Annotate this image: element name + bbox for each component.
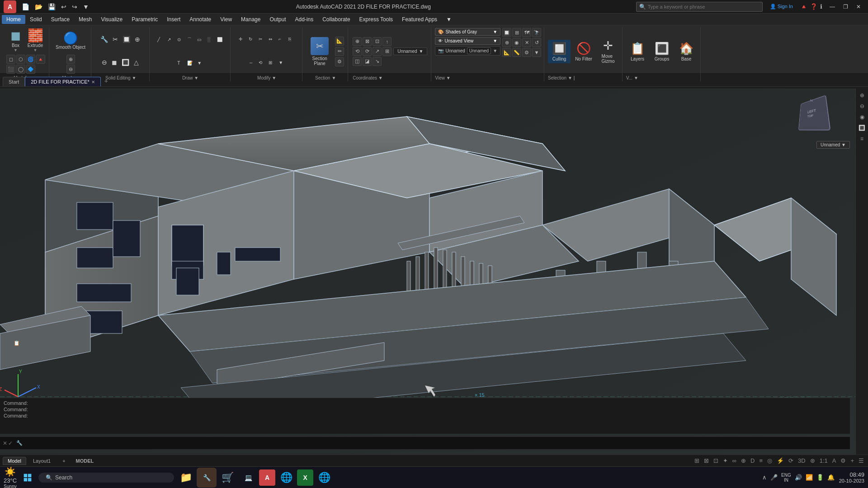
view-icon8[interactable]: ↺ bbox=[532, 38, 541, 47]
clock-widget[interactable]: 08:49 20-10-2023 bbox=[839, 471, 864, 483]
view-icon11[interactable]: ⚙ bbox=[522, 48, 531, 57]
menu-express[interactable]: Express Tools bbox=[355, 15, 397, 24]
menu-surface[interactable]: Surface bbox=[47, 15, 74, 24]
view-icon9[interactable]: 📐 bbox=[502, 48, 511, 57]
menu-collaborate[interactable]: Collaborate bbox=[318, 15, 354, 24]
annotscale-icon[interactable]: 1:1 bbox=[818, 456, 829, 465]
se-btn3[interactable]: 🔲 bbox=[121, 35, 132, 43]
no-filter-btn[interactable]: 🚫 No Filter bbox=[572, 40, 595, 63]
menu-output[interactable]: Output bbox=[265, 15, 290, 24]
osnap-icon[interactable]: ⊕ bbox=[740, 456, 747, 465]
taskbar-search[interactable]: 🔍 Search bbox=[38, 473, 174, 483]
se-btn1[interactable]: 🔧 bbox=[99, 35, 110, 43]
search-box[interactable]: 🔍 bbox=[636, 2, 763, 12]
autodesk-icon[interactable]: 🔺 bbox=[800, 3, 807, 10]
sel-cycling-icon[interactable]: ⟳ bbox=[787, 456, 795, 465]
ortho-icon[interactable]: ⊡ bbox=[712, 456, 720, 465]
se-btn6[interactable]: ◼ bbox=[110, 58, 119, 66]
undo-btn[interactable]: ↩ bbox=[59, 2, 68, 11]
view-icon12[interactable]: ▼ bbox=[532, 48, 541, 57]
rt-btn-3[interactable]: ◉ bbox=[857, 112, 867, 122]
cmd-confirm-btn[interactable]: ✓ bbox=[8, 440, 13, 446]
tab-close-btn[interactable]: ✕ bbox=[91, 80, 95, 84]
help-icon[interactable]: ❓ bbox=[810, 3, 817, 10]
rt-btn-1[interactable]: ⊕ bbox=[857, 90, 867, 100]
rb-sm-7[interactable]: 🔷 bbox=[26, 65, 35, 74]
section-sm3[interactable]: ⚙ bbox=[335, 57, 344, 66]
layers-btn[interactable]: 📋 Layers bbox=[626, 40, 649, 63]
transparency-icon[interactable]: ◎ bbox=[766, 456, 774, 465]
smooth-sm-2[interactable]: ⊖ bbox=[66, 65, 75, 74]
line-btn[interactable]: ╱ bbox=[156, 36, 165, 43]
lang-label[interactable]: ENGIN bbox=[780, 472, 792, 483]
section-plane-btn[interactable]: ✂ SectionPlane bbox=[307, 35, 332, 68]
rotate-tool[interactable]: ↻ bbox=[247, 36, 256, 42]
view-icon6[interactable]: ◉ bbox=[512, 38, 521, 47]
rb-sm-5[interactable]: ⬛ bbox=[6, 65, 15, 74]
stretch-tool[interactable]: ↔ bbox=[247, 59, 256, 66]
trim-tool[interactable]: ✂ bbox=[257, 36, 266, 42]
se-btn7[interactable]: 🔳 bbox=[120, 58, 132, 66]
coord-btn9[interactable]: ◫ bbox=[353, 57, 362, 66]
rb-sm-2[interactable]: ⬡ bbox=[16, 55, 25, 64]
pline-btn[interactable]: ↗ bbox=[166, 36, 175, 43]
save-btn[interactable]: 💾 bbox=[46, 2, 57, 11]
view-icon1[interactable]: 🔲 bbox=[502, 28, 511, 37]
weather-widget[interactable]: ☀️ 23°C Sunny bbox=[4, 466, 17, 488]
groups-btn[interactable]: 🔳 Groups bbox=[651, 40, 673, 63]
qa-dropdown[interactable]: ▼ bbox=[81, 2, 91, 11]
ws-icon[interactable]: ⚙ bbox=[839, 456, 847, 465]
rt-btn-2[interactable]: ⊖ bbox=[857, 101, 867, 111]
rb-sm-1[interactable]: ◻ bbox=[6, 55, 15, 64]
unnamed-coord-dropdown[interactable]: Unnamed ▼ bbox=[393, 47, 427, 55]
network-icon[interactable]: 📶 bbox=[805, 473, 814, 482]
menu-more[interactable]: ▼ bbox=[442, 15, 456, 24]
anno-vis-icon[interactable]: A bbox=[831, 456, 838, 465]
section-dropdown[interactable]: ▼ bbox=[331, 75, 336, 80]
move-gizmo-btn[interactable]: ✛ MoveGizmo bbox=[597, 37, 619, 66]
model-tab[interactable]: Model bbox=[3, 457, 26, 465]
draw-more[interactable]: ▼ bbox=[196, 60, 205, 66]
tab-start[interactable]: Start bbox=[3, 77, 25, 86]
layout1-tab[interactable]: Layout1 bbox=[28, 457, 56, 465]
menu-insert[interactable]: Insert bbox=[162, 15, 185, 24]
v-dd-arrow[interactable]: ▼ bbox=[634, 75, 638, 80]
extrude-btn[interactable]: 🧱 Extrude ▼ bbox=[26, 28, 45, 54]
rt-btn-5[interactable]: ≡ bbox=[857, 134, 867, 144]
move-tool[interactable]: ✛ bbox=[237, 36, 246, 42]
view-dd-arrow[interactable]: ▼ bbox=[446, 75, 451, 80]
rb-sm-3[interactable]: 🌀 bbox=[26, 55, 35, 64]
command-input[interactable] bbox=[24, 441, 847, 446]
coord-btn3[interactable]: ⊡ bbox=[373, 37, 382, 46]
tb-app-explorer[interactable]: 📁 bbox=[176, 468, 196, 488]
section-sm2[interactable]: ✏ bbox=[335, 47, 344, 56]
cmd-icon[interactable]: 🔧 bbox=[16, 440, 23, 446]
app-logo[interactable]: A bbox=[4, 0, 16, 13]
start-button[interactable] bbox=[19, 469, 37, 487]
mic-icon[interactable]: 🎤 bbox=[769, 473, 778, 482]
coords-dropdown[interactable]: ▼ bbox=[378, 75, 383, 80]
menu-mesh[interactable]: Mesh bbox=[74, 15, 96, 24]
tb-app-store[interactable]: 🛒 bbox=[217, 468, 237, 488]
circle-btn[interactable]: ⊙ bbox=[176, 36, 185, 43]
sign-in-btn[interactable]: 👤 Sign In bbox=[766, 3, 797, 10]
minimize-btn[interactable]: — bbox=[826, 3, 839, 11]
tray-arrow[interactable]: ∧ bbox=[761, 473, 768, 482]
modify-more[interactable]: ▼ bbox=[277, 59, 286, 66]
info-icon[interactable]: ℹ bbox=[820, 3, 822, 10]
shades-dropdown[interactable]: 🎨 Shades of Gray ▼ bbox=[435, 28, 500, 36]
array-tool[interactable]: ⊞ bbox=[267, 59, 276, 66]
view-cube[interactable]: LEFTTOP N bbox=[796, 98, 836, 138]
otrack-icon[interactable]: ∞ bbox=[731, 456, 738, 465]
dyn-icon[interactable]: D bbox=[749, 456, 756, 465]
close-btn[interactable]: ✕ bbox=[853, 3, 864, 11]
box-btn[interactable]: ◼ Box ▼ bbox=[7, 28, 25, 54]
polar-icon[interactable]: ✦ bbox=[722, 456, 729, 465]
rb-sm-4[interactable]: 🔺 bbox=[36, 55, 45, 64]
menu-annotate[interactable]: Annotate bbox=[185, 15, 216, 24]
notifications-icon[interactable]: 🔔 bbox=[826, 473, 835, 482]
unnamed-view-arrow[interactable]: ▼ bbox=[493, 48, 497, 53]
menu-addins[interactable]: Add-ins bbox=[291, 15, 318, 24]
scale-tool[interactable]: ⟲ bbox=[257, 59, 266, 66]
objiso-icon[interactable]: ⊛ bbox=[809, 456, 816, 465]
